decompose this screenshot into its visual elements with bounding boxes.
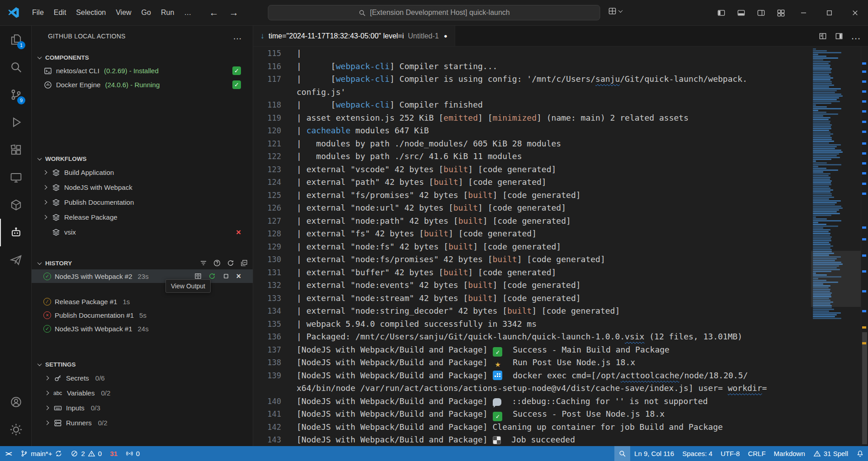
editor-line[interactable]: 139[NodeJS with Webpack/Build and Packag… (253, 369, 811, 382)
editor-line[interactable]: 120| cacheable modules 647 KiB (253, 124, 811, 137)
history-section-header[interactable]: HISTORY (32, 257, 253, 269)
maximize-button[interactable] (816, 0, 842, 25)
toggle-secondary-sidebar-button[interactable] (751, 0, 771, 25)
editor-line[interactable]: 135| webpack 5.94.0 compiled successfull… (253, 318, 811, 331)
menu-view[interactable]: View (111, 6, 136, 19)
editor-more-actions-icon[interactable]: … (851, 31, 861, 41)
editor-line[interactable]: 141[NodeJS with Webpack/Build and Packag… (253, 408, 811, 421)
collapse-all-button[interactable] (240, 259, 248, 267)
editor-line[interactable]: 132| external "node:events" 42 bytes [bu… (253, 279, 811, 292)
editor-line[interactable]: 123| external "vscode" 42 bytes [built] … (253, 163, 811, 176)
editor-line[interactable]: 118| [webpack-cli] Compiler finished (253, 99, 811, 112)
workflow-item[interactable]: Publish Documentation (32, 195, 253, 210)
editor-line[interactable]: 130| external "node:fs/promises" 42 byte… (253, 253, 811, 266)
editor-line[interactable]: x64/bin/node /var/run/act/actions/action… (253, 382, 811, 395)
workflow-item[interactable]: Build Application (32, 165, 253, 180)
editor-line[interactable]: 125| external "fs/promises" 42 bytes [bu… (253, 189, 811, 202)
menu-edit[interactable]: Edit (49, 6, 71, 19)
component-item[interactable]: Docker Engine(24.0.6) - Running✓ (32, 78, 253, 92)
encoding-item[interactable]: UTF-8 (717, 446, 744, 461)
language-mode-item[interactable]: Markdown (770, 446, 809, 461)
activity-docker[interactable] (0, 191, 31, 219)
activity-github-local-actions[interactable] (0, 219, 31, 246)
editor-line[interactable]: 117| [webpack-cli] Compiler is using con… (253, 73, 811, 86)
branch-item[interactable]: main*+ (16, 446, 66, 461)
settings-item-variables[interactable]: abcVariables0/2 (32, 386, 253, 400)
editor-line[interactable]: 128| external "fs" 42 bytes [built] [cod… (253, 227, 811, 240)
settings-item-secrets[interactable]: Secrets0/6 (32, 371, 253, 386)
activity-github-actions[interactable] (0, 246, 31, 274)
scrollbar-thumb[interactable] (862, 332, 867, 444)
editor-scrollbar[interactable] (861, 47, 868, 446)
activity-run-and-debug[interactable] (0, 108, 31, 136)
activity-settings[interactable] (0, 416, 31, 443)
cursor-position[interactable]: Ln 9, Col 116 (630, 446, 678, 461)
components-section-header[interactable]: COMPONENTS (32, 51, 253, 64)
menu-go[interactable]: Go (137, 6, 156, 19)
menu-overflow[interactable]: … (179, 6, 196, 19)
ports-item[interactable]: 0 (122, 446, 144, 461)
activity-search[interactable] (0, 53, 31, 81)
menu-selection[interactable]: Selection (71, 6, 111, 19)
sidebar-more-actions-button[interactable]: … (230, 31, 245, 42)
editor-line[interactable]: config.js' (253, 86, 811, 99)
settings-section-header[interactable]: SETTINGS (32, 358, 253, 371)
editor-tab[interactable]: ↓ time="2024-11-17T18:32:43-05:00" level… (253, 26, 455, 46)
menu-file[interactable]: File (27, 6, 49, 19)
editor-line[interactable]: 133| external "node:stream" 42 bytes [bu… (253, 292, 811, 305)
editor-line[interactable]: 143[NodeJS with Webpack/Build and Packag… (253, 433, 811, 446)
filter-button[interactable] (199, 259, 208, 267)
editor-line[interactable]: 131| external "buffer" 42 bytes [built] … (253, 266, 811, 279)
workflow-item[interactable]: Release Package (32, 210, 253, 225)
menu-run[interactable]: Run (156, 6, 179, 19)
editor-line[interactable]: 129| external "node:fs" 42 bytes [built]… (253, 240, 811, 254)
history-item[interactable]: ×Publish Documentation #15s (32, 308, 253, 322)
history-item[interactable]: ✓NodeJS with Webpack #124s (32, 322, 253, 335)
toggle-panel-button[interactable] (731, 0, 751, 25)
zoom-status-item[interactable] (614, 446, 630, 461)
eol-item[interactable]: CRLF (744, 446, 769, 461)
editor-line[interactable]: 116| [webpack-cli] Compiler starting... (253, 60, 811, 73)
workflow-item[interactable]: NodeJS with Webpack (32, 180, 253, 195)
stop-button[interactable] (222, 272, 230, 280)
workflows-section-header[interactable]: WORKFLOWS (32, 152, 253, 165)
notifications-item[interactable] (852, 446, 868, 461)
editor-line[interactable]: 124| external "path" 42 bytes [built] [c… (253, 176, 811, 189)
minimize-button[interactable] (791, 0, 816, 25)
settings-item-runners[interactable]: Runners0/2 (32, 415, 253, 430)
editor-line[interactable]: 138[NodeJS with Webpack/Build and Packag… (253, 356, 811, 369)
forward-button[interactable]: → (226, 5, 241, 20)
refresh-button[interactable] (226, 259, 235, 267)
editor-line[interactable]: 127| external "node:path" 42 bytes [buil… (253, 215, 811, 228)
editor-line[interactable]: 137[NodeJS with Webpack/Build and Packag… (253, 343, 811, 357)
toggle-sidebar-button[interactable] (711, 0, 731, 25)
history-item[interactable]: ✓NodeJS with Webpack #223s× (32, 269, 253, 283)
editor-line[interactable]: 119| asset extension.js 252 KiB [emitted… (253, 112, 811, 125)
settings-item-inputs[interactable]: Inputs0/3 (32, 400, 253, 415)
editor-line[interactable]: 136| Packaged: /mnt/c/Users/sanju/Git/qu… (253, 330, 811, 343)
minimap[interactable] (811, 47, 861, 446)
help-button[interactable] (213, 259, 221, 267)
activity-accounts[interactable] (0, 388, 31, 416)
command-center-search[interactable]: [Extension Development Host] quick-launc… (268, 5, 600, 20)
modified-indicator[interactable]: ● (444, 33, 448, 39)
layout-presets-button[interactable] (608, 7, 622, 15)
indentation-item[interactable]: Spaces: 4 (678, 446, 717, 461)
activity-source-control[interactable]: 9 (0, 81, 31, 108)
editor-line[interactable]: 134| external "node:string_decoder" 42 b… (253, 305, 811, 318)
remote-indicator[interactable]: >< (0, 446, 16, 461)
activity-explorer[interactable]: 1 (0, 26, 31, 53)
editor-line[interactable]: 142[NodeJS with Webpack/Build and Packag… (253, 421, 811, 434)
editor-line[interactable]: 115| (253, 47, 811, 60)
spell-problem-badge[interactable]: 31 (106, 446, 122, 461)
problems-item[interactable]: 2 0 (66, 446, 106, 461)
code-area[interactable]: 115|116| [webpack-cli] Compiler starting… (253, 47, 811, 446)
history-item[interactable]: ∕Release Package #11s (32, 295, 253, 308)
component-item[interactable]: nektos/act CLI(0.2.69) - Installed✓ (32, 64, 253, 78)
editor-line[interactable]: 140[NodeJS with Webpack/Build and Packag… (253, 395, 811, 408)
customize-layout-button[interactable] (771, 0, 791, 25)
remove-button[interactable]: × (236, 272, 241, 280)
activity-extensions[interactable] (0, 136, 31, 164)
editor-line[interactable]: 122| modules by path ./src/ 41.6 KiB 11 … (253, 150, 811, 163)
workflow-item[interactable]: vsix× (32, 225, 253, 240)
